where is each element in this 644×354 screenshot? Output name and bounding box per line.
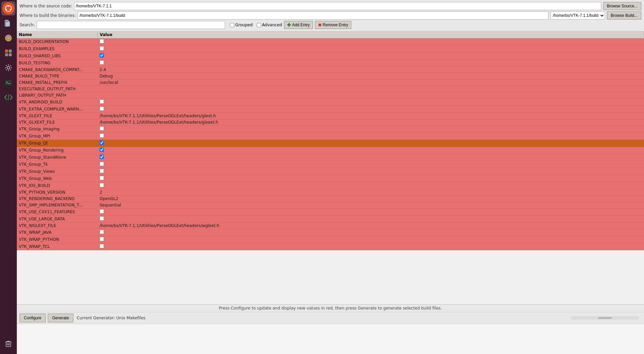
table-row: VTK_RENDERING_BACKENDOpenGL2 <box>17 196 644 202</box>
row-checkbox[interactable] <box>100 46 104 51</box>
row-checkbox[interactable] <box>100 209 104 214</box>
row-checkbox[interactable] <box>100 126 104 131</box>
sidebar-icon-ubuntu[interactable] <box>1 1 15 15</box>
svg-rect-15 <box>5 80 12 85</box>
browse-source-button[interactable]: Browse Source... <box>603 2 641 10</box>
sidebar-icon-browser[interactable] <box>1 31 15 45</box>
row-name: VTK_Group_Rendering <box>17 147 98 154</box>
row-checkbox[interactable] <box>100 39 104 43</box>
row-value: /home/bs/VTK-7.1.1/Utilities/ParseOGLExt… <box>98 119 644 126</box>
main-panel: Where is the source code: Browse Source.… <box>17 0 644 354</box>
row-name: VTK_SMP_IMPLEMENTATION_T... <box>17 202 98 208</box>
search-row: Search: Grouped Advanced ✚ Add Entry ✖ R… <box>20 21 641 29</box>
row-name: VTK_Group_StandAlone <box>17 154 98 161</box>
table-row: VTK_WRAP_JAVA <box>17 229 644 236</box>
row-checkbox[interactable] <box>100 133 104 138</box>
search-input[interactable] <box>37 21 225 29</box>
row-value[interactable] <box>98 175 644 182</box>
row-name: VTK_WRAP_PYTHON <box>17 236 98 243</box>
sidebar-icon-settings[interactable] <box>1 61 15 75</box>
row-value: /home/bs/VTK-7.1.1/Utilities/ParseOGLExt… <box>98 223 644 229</box>
row-value[interactable] <box>98 208 644 216</box>
advanced-checkbox-label[interactable]: Advanced <box>257 23 282 27</box>
svg-point-1 <box>8 5 9 7</box>
table-row: VTK_SMP_IMPLEMENTATION_T...Sequential <box>17 202 644 208</box>
build-input[interactable] <box>78 11 548 20</box>
row-name: VTK_Group_Web <box>17 175 98 182</box>
toolbar: Where is the source code: Browse Source.… <box>17 0 644 31</box>
source-input[interactable] <box>74 2 601 10</box>
add-entry-button[interactable]: ✚ Add Entry <box>284 21 313 29</box>
table-row: VTK_Group_Qt <box>17 140 644 147</box>
row-checkbox[interactable] <box>100 216 104 221</box>
row-value[interactable] <box>98 133 644 140</box>
row-value[interactable] <box>98 147 644 154</box>
sidebar-icon-files[interactable] <box>1 16 15 30</box>
output-log[interactable] <box>17 324 644 354</box>
grouped-checkbox[interactable] <box>230 23 234 27</box>
options-group: Grouped Advanced <box>230 23 282 27</box>
row-checkbox[interactable] <box>100 106 104 111</box>
row-checkbox[interactable] <box>100 53 104 58</box>
browse-build-button[interactable]: Browse Build... <box>607 11 641 20</box>
row-value[interactable] <box>98 154 644 161</box>
sidebar-icon-software[interactable] <box>1 46 15 60</box>
row-checkbox[interactable] <box>100 169 104 173</box>
row-checkbox[interactable] <box>100 176 104 180</box>
status-message: Press Configure to update and display ne… <box>219 306 442 311</box>
svg-point-14 <box>7 66 10 69</box>
row-name: VTK_GLXEXT_FILE <box>17 119 98 126</box>
row-value[interactable] <box>98 161 644 168</box>
row-checkbox[interactable] <box>100 140 104 145</box>
table-row: VTK_GLEXT_FILE/home/bs/VTK-7.1.1/Utiliti… <box>17 113 644 119</box>
row-value[interactable] <box>98 140 644 147</box>
row-checkbox[interactable] <box>100 99 104 104</box>
row-checkbox[interactable] <box>100 162 104 166</box>
table-row: CMAKE_BACKWARDS_COMPAT...2.4 <box>17 67 644 73</box>
table-row: VTK_Group_Web <box>17 175 644 182</box>
row-name: VTK_EXTRA_COMPILER_WARN... <box>17 106 98 113</box>
remove-entry-button[interactable]: ✖ Remove Entry <box>315 21 351 29</box>
row-value[interactable] <box>98 99 644 106</box>
table-row: CMAKE_BUILD_TYPEDebug <box>17 73 644 79</box>
row-value: Sequential <box>98 202 644 208</box>
row-value[interactable] <box>98 236 644 243</box>
row-checkbox[interactable] <box>100 183 104 187</box>
advanced-checkbox[interactable] <box>257 23 261 27</box>
row-checkbox[interactable] <box>100 60 104 65</box>
row-value[interactable] <box>98 60 644 67</box>
sidebar-icon-code[interactable] <box>1 90 15 104</box>
row-value[interactable] <box>98 229 644 236</box>
row-value[interactable] <box>98 38 644 45</box>
table-row: VTK_Group_Imaging <box>17 126 644 133</box>
generate-button[interactable]: Generate <box>48 314 73 322</box>
row-checkbox[interactable] <box>100 155 104 159</box>
table-row: VTK_Group_Tk <box>17 161 644 168</box>
row-checkbox[interactable] <box>100 244 104 248</box>
row-name: VTK_PYTHON_VERSION <box>17 189 98 196</box>
row-checkbox[interactable] <box>100 230 104 234</box>
row-value[interactable] <box>98 45 644 53</box>
svg-point-2 <box>6 9 7 10</box>
row-checkbox[interactable] <box>100 237 104 241</box>
sidebar-icon-trash[interactable] <box>1 336 15 351</box>
row-name: VTK_Group_Imaging <box>17 126 98 133</box>
row-name: VTK_Group_Tk <box>17 161 98 168</box>
row-value[interactable] <box>98 168 644 175</box>
row-checkbox[interactable] <box>100 148 104 152</box>
row-value[interactable] <box>98 216 644 223</box>
svg-rect-13 <box>9 53 12 56</box>
row-value[interactable] <box>98 243 644 250</box>
row-value[interactable] <box>98 182 644 189</box>
grouped-checkbox-label[interactable]: Grouped <box>230 23 253 27</box>
row-value[interactable] <box>98 53 644 60</box>
row-name: BUILD_TESTING <box>17 60 98 67</box>
row-value[interactable] <box>98 106 644 113</box>
table-body: BUILD_DOCUMENTATIONBUILD_EXAMPLESBUILD_S… <box>17 38 644 250</box>
build-dropdown[interactable]: /home/bs/VTK-7.1.1/build <box>550 11 605 20</box>
configure-button[interactable]: Configure <box>20 314 46 322</box>
row-value[interactable] <box>98 126 644 133</box>
table-row: VTK_GLXEXT_FILE/home/bs/VTK-7.1.1/Utilit… <box>17 119 644 126</box>
sidebar-icon-terminal[interactable] <box>1 75 15 90</box>
row-name: EXECUTABLE_OUTPUT_PATH <box>17 86 98 92</box>
